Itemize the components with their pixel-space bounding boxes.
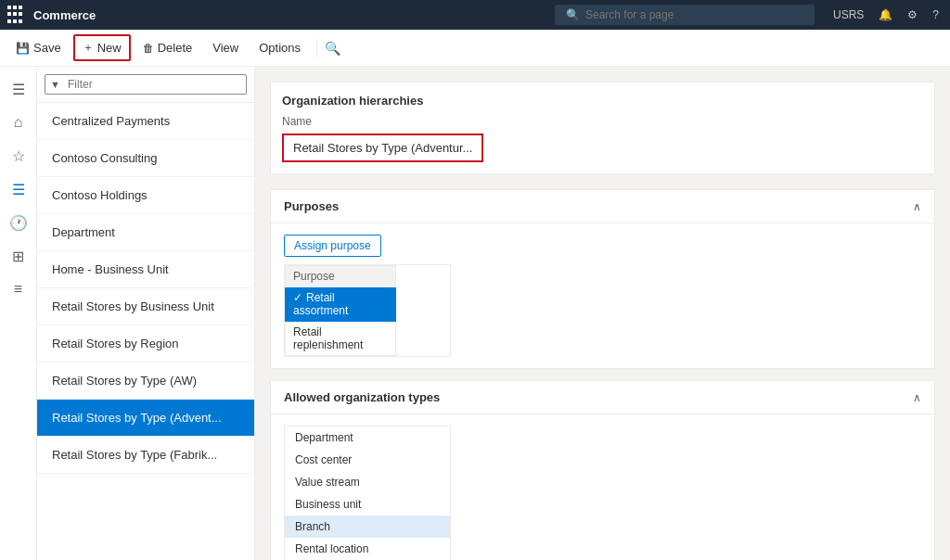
purposes-table-wrapper: Purpose ✓Retail assortmentRetail repleni… (284, 264, 451, 357)
checkmark-icon: ✓ (293, 291, 302, 304)
purpose-row-1[interactable]: Retail replenishment (286, 322, 396, 356)
sidebar-grid-icon[interactable]: ⊞ (4, 241, 33, 271)
save-icon: 💾 (16, 42, 30, 55)
sidebar-icons: ☰ ⌂ ☆ ☰ 🕐 ⊞ ≡ (0, 67, 37, 560)
nav-item-4[interactable]: Home - Business Unit (37, 251, 254, 288)
sidebar-clock-icon[interactable]: 🕐 (4, 208, 33, 237)
allowed-org-types-header[interactable]: Allowed organization types ∧ (271, 381, 934, 414)
purpose-column-header: Purpose (286, 266, 396, 287)
nav-item-0[interactable]: Centralized Payments (37, 103, 254, 140)
nav-item-9[interactable]: Retail Stores by Type (Fabrik... (37, 437, 254, 474)
org-type-item-0[interactable]: Department (285, 426, 450, 449)
nav-item-1[interactable]: Contoso Consulting (37, 140, 254, 177)
purpose-cell-0: ✓Retail assortment (286, 287, 396, 322)
assign-purpose-button[interactable]: Assign purpose (284, 235, 381, 257)
app-name: Commerce (33, 8, 555, 22)
title-bar-right: USRS 🔔 ⚙ ? (829, 8, 943, 21)
allowed-org-types-body: DepartmentCost centerValue streamBusines… (271, 414, 934, 560)
content-area: Organization hierarchies Name Retail Sto… (255, 67, 950, 560)
global-search-box[interactable]: 🔍 (555, 5, 815, 25)
purpose-row-0[interactable]: ✓Retail assortment (286, 287, 396, 322)
purposes-header[interactable]: Purposes ∧ (271, 190, 934, 223)
allowed-org-types-section: Allowed organization types ∧ DepartmentC… (270, 380, 935, 560)
sidebar-list-icon[interactable]: ☰ (4, 174, 33, 204)
purposes-table: Purpose ✓Retail assortmentRetail repleni… (285, 265, 396, 356)
command-divider (316, 39, 317, 57)
nav-filter-input[interactable] (45, 74, 247, 95)
nav-list: ▼ Centralized PaymentsContoso Consulting… (37, 67, 255, 560)
view-button[interactable]: View (204, 36, 247, 59)
user-label[interactable]: USRS (829, 8, 867, 21)
sidebar-menu-icon[interactable]: ☰ (4, 74, 33, 104)
search-icon[interactable]: 🔍 (325, 41, 340, 56)
purposes-title: Purposes (284, 199, 339, 213)
sidebar-lines-icon[interactable]: ≡ (4, 274, 33, 304)
new-icon: ＋ (83, 40, 94, 56)
nav-item-3[interactable]: Department (37, 214, 254, 251)
filter-icon: ▼ (50, 79, 60, 90)
delete-button[interactable]: 🗑 Delete (135, 36, 201, 59)
global-search-input[interactable] (585, 8, 790, 21)
command-bar: 💾 Save ＋ New 🗑 Delete View Options 🔍 (0, 30, 950, 67)
sidebar-star-icon[interactable]: ☆ (4, 141, 33, 171)
sidebar-home-icon[interactable]: ⌂ (4, 108, 33, 137)
help-icon[interactable]: ? (929, 8, 943, 21)
org-type-item-2[interactable]: Value stream (285, 471, 450, 493)
purposes-section: Purposes ∧ Assign purpose Purpose ✓Retai… (270, 189, 935, 369)
org-hier-name-label: Name (282, 115, 923, 128)
save-button[interactable]: 💾 Save (7, 36, 70, 59)
allowed-org-types-title: Allowed organization types (284, 390, 440, 404)
nav-item-6[interactable]: Retail Stores by Region (37, 325, 254, 363)
purpose-cell-1: Retail replenishment (286, 322, 396, 356)
allowed-org-types-chevron-icon: ∧ (913, 391, 921, 404)
nav-item-8[interactable]: Retail Stores by Type (Advent... (37, 400, 254, 437)
org-type-item-3[interactable]: Business unit (285, 493, 450, 515)
org-type-item-4[interactable]: Branch (285, 515, 450, 538)
nav-filter-area: ▼ (37, 67, 254, 103)
purposes-body: Assign purpose Purpose ✓Retail assortmen… (271, 223, 934, 368)
apps-icon[interactable] (7, 6, 26, 24)
main-layout: ☰ ⌂ ☆ ☰ 🕐 ⊞ ≡ ▼ Centralized PaymentsCont… (0, 67, 950, 560)
delete-icon: 🗑 (143, 42, 154, 55)
settings-icon[interactable]: ⚙ (904, 8, 921, 21)
org-type-item-1[interactable]: Cost center (285, 449, 450, 471)
notification-icon[interactable]: 🔔 (875, 8, 896, 21)
purposes-chevron-icon: ∧ (913, 200, 921, 213)
org-type-item-5[interactable]: Rental location (285, 538, 450, 560)
title-bar: Commerce 🔍 USRS 🔔 ⚙ ? (0, 0, 950, 30)
org-hierarchies-section: Organization hierarchies Name Retail Sto… (270, 82, 935, 174)
org-types-list: DepartmentCost centerValue streamBusines… (285, 426, 450, 560)
nav-item-5[interactable]: Retail Stores by Business Unit (37, 288, 254, 325)
nav-items-list: Centralized PaymentsContoso ConsultingCo… (37, 103, 254, 560)
nav-item-2[interactable]: Contoso Holdings (37, 177, 254, 214)
options-button[interactable]: Options (250, 36, 309, 59)
org-types-list-wrapper: DepartmentCost centerValue streamBusines… (284, 426, 451, 560)
nav-item-7[interactable]: Retail Stores by Type (AW) (37, 363, 254, 400)
new-button[interactable]: ＋ New (73, 34, 131, 61)
selected-hierarchy[interactable]: Retail Stores by Type (Adventur... (282, 134, 483, 162)
org-hier-title: Organization hierarchies (282, 94, 923, 108)
